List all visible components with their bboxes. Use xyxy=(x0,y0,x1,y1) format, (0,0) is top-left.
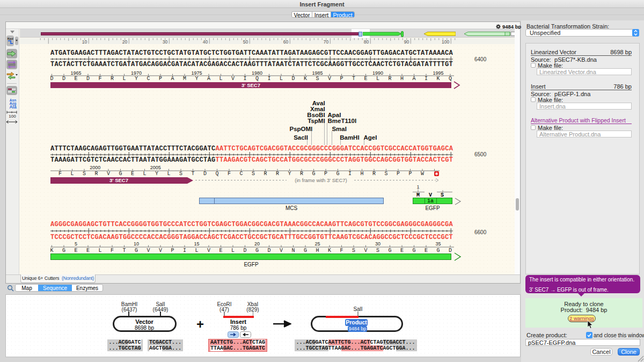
svg-text:KasI: KasI xyxy=(8,37,13,40)
